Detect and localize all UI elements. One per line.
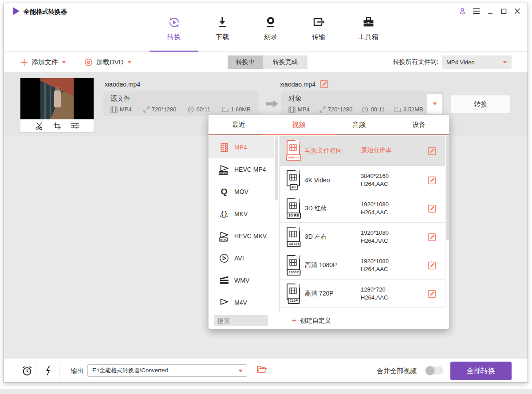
tab-convert[interactable]: 转换 bbox=[154, 16, 194, 41]
preset-badge: 720P bbox=[288, 298, 300, 304]
app-title: 全能格式转换器 bbox=[24, 8, 67, 16]
convert-all-button[interactable]: 全部转换 bbox=[450, 362, 512, 380]
edit-preset-icon[interactable] bbox=[428, 290, 436, 298]
nav-tab-label: 转换 bbox=[154, 33, 194, 41]
add-files-button[interactable]: 添加文件 bbox=[20, 52, 66, 72]
menu-button[interactable] bbox=[471, 7, 481, 16]
target-size: 3.52MB bbox=[403, 106, 423, 113]
rename-icon[interactable] bbox=[320, 80, 328, 88]
format-item-label: AVI bbox=[234, 255, 244, 262]
target-duration: 00:11 bbox=[370, 106, 385, 113]
play-circle-icon bbox=[217, 253, 231, 263]
popup-tab[interactable]: 设备 bbox=[389, 115, 449, 134]
m4v-icon bbox=[217, 298, 231, 307]
load-dvd-button[interactable]: 加载DVD bbox=[84, 52, 132, 72]
format-item-hevc-mkv[interactable]: HEVC HEVC MKV bbox=[209, 225, 274, 247]
clapperboard-icon bbox=[217, 276, 231, 285]
chevron-down-icon bbox=[433, 102, 437, 105]
preset-name: 与源文件相同 bbox=[305, 136, 342, 165]
popup-tab[interactable]: 音频 bbox=[329, 115, 389, 134]
plus-icon: + bbox=[292, 316, 296, 325]
preset-name: 3D 红蓝 bbox=[305, 194, 327, 222]
source-info-panel: 源文件 MP4 720*1280 00:11 1.69MB bbox=[103, 91, 258, 116]
preset-row[interactable]: source 与源文件相同 原始分辨率 bbox=[280, 136, 445, 166]
clip-tools bbox=[20, 119, 94, 132]
format-item-avi[interactable]: AVI bbox=[209, 247, 274, 269]
format-item-label: MOV bbox=[234, 188, 248, 195]
active-tab-underline bbox=[150, 51, 198, 52]
edit-preset-icon[interactable] bbox=[428, 233, 436, 241]
nav-tab-label: 工具箱 bbox=[348, 33, 388, 41]
dvd-icon bbox=[84, 58, 93, 67]
tab-transfer[interactable]: 传输 bbox=[299, 16, 339, 41]
chevron-down-icon[interactable] bbox=[62, 61, 66, 63]
preset-file-icon: 3D LR bbox=[286, 227, 301, 247]
schedule-icon[interactable] bbox=[21, 365, 33, 377]
hevc-play-icon: HEVC bbox=[217, 231, 231, 242]
queue-filter-tabs: 转换中 转换完成 bbox=[228, 55, 307, 69]
format-item-hevc-mp4[interactable]: HEVC HEVC MP4 bbox=[209, 158, 274, 181]
close-button[interactable] bbox=[512, 7, 522, 16]
minimize-icon bbox=[487, 8, 493, 14]
preset-row[interactable]: 4K 4K Video 3840*2160 H264,AAC bbox=[280, 166, 445, 194]
close-icon bbox=[514, 8, 520, 14]
queue-filter-tab[interactable]: 转换中 bbox=[228, 55, 263, 69]
preset-list: source 与源文件相同 原始分辨率 4K 4K Video 3840*216… bbox=[280, 136, 445, 308]
maximize-button[interactable] bbox=[499, 7, 508, 16]
popup-tab[interactable]: 视频 bbox=[269, 115, 329, 134]
format-item-mp4[interactable]: MP4 bbox=[209, 136, 274, 158]
download-icon bbox=[217, 16, 229, 28]
preset-resolution: 原始分辨率 bbox=[361, 146, 392, 154]
source-format: MP4 bbox=[120, 106, 132, 113]
format-item-mkv[interactable]: { } MKV bbox=[209, 203, 274, 225]
preset-resolution: 1920*1080 bbox=[361, 258, 389, 264]
screen: 全能格式转换器 转换 下载 刻录 传输 工具箱 添加文件 加载DVD bbox=[0, 0, 532, 394]
preset-row[interactable]: 1080P 高清 1080P 1920*1080 H264,AAC bbox=[280, 251, 445, 280]
preset-row[interactable]: 3D LR 3D 左右 1920*1080 H264,AAC bbox=[280, 223, 445, 251]
edit-preset-icon[interactable] bbox=[428, 261, 436, 270]
chevron-down-icon[interactable] bbox=[127, 61, 132, 63]
queue-filter-tab-label: 转换中 bbox=[236, 58, 255, 66]
convert-icon bbox=[168, 16, 180, 28]
crop-icon[interactable] bbox=[53, 122, 62, 130]
minimize-button[interactable] bbox=[485, 7, 495, 16]
preset-name: 高清 720P bbox=[305, 280, 334, 307]
preset-file-icon: 4K bbox=[286, 170, 301, 190]
effects-icon[interactable] bbox=[71, 122, 79, 130]
output-path-select[interactable] bbox=[87, 364, 247, 377]
nav-tab-label: 传输 bbox=[299, 33, 339, 41]
merge-videos-toggle[interactable] bbox=[426, 366, 443, 374]
create-custom-button[interactable]: + 创建自定义 bbox=[292, 315, 331, 326]
preset-row[interactable]: 720P 高清 720P 1280*720 H264,AAC bbox=[280, 280, 445, 308]
desktop-strip bbox=[0, 389, 532, 394]
account-button[interactable] bbox=[457, 7, 467, 16]
output-path-input[interactable] bbox=[91, 367, 235, 374]
format-item-m4v[interactable]: M4V bbox=[209, 292, 274, 312]
maximize-icon bbox=[501, 8, 507, 14]
queue-filter-tab[interactable]: 转换完成 bbox=[263, 55, 307, 69]
tab-toolbox[interactable]: 工具箱 bbox=[348, 16, 388, 41]
trim-icon[interactable] bbox=[35, 122, 44, 130]
toolbox-icon bbox=[363, 16, 374, 28]
open-folder-icon[interactable] bbox=[257, 366, 267, 373]
target-format-dropdown-button[interactable] bbox=[427, 94, 443, 114]
preset-list-scrollbar[interactable] bbox=[445, 136, 449, 308]
output-format-select[interactable]: MP4 Video bbox=[442, 55, 512, 69]
tab-download[interactable]: 下载 bbox=[202, 16, 242, 41]
edit-preset-icon[interactable] bbox=[428, 205, 436, 213]
queue-filter-tab-label: 转换完成 bbox=[273, 58, 298, 66]
preset-row[interactable]: 3D RB 3D 红蓝 1920*1080 H264,AAC bbox=[280, 194, 445, 223]
format-category-list: MP4 HEVC HEVC MP4 Q MOV { } MKV HEVC HEV… bbox=[209, 136, 280, 312]
edit-preset-icon[interactable] bbox=[428, 176, 436, 185]
source-duration: 00:11 bbox=[196, 106, 210, 113]
convert-row-button[interactable]: 转换 bbox=[451, 95, 511, 114]
format-item-mov[interactable]: Q MOV bbox=[209, 181, 274, 203]
edit-preset-icon[interactable] bbox=[428, 147, 436, 155]
search-input[interactable] bbox=[214, 315, 268, 326]
tab-burn[interactable]: 刻录 bbox=[251, 16, 291, 41]
popup-tab[interactable]: 最近 bbox=[209, 115, 269, 134]
high-speed-icon[interactable] bbox=[45, 365, 51, 376]
format-item-wmv[interactable]: WMV bbox=[209, 269, 274, 292]
format-list-scrollbar[interactable] bbox=[275, 136, 278, 312]
preset-resolution: 1280*720 bbox=[361, 286, 388, 293]
